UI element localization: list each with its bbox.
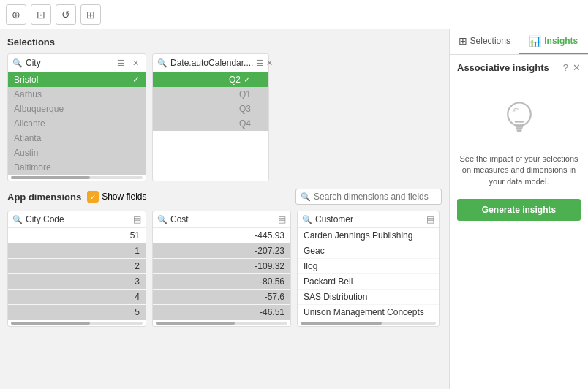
dimensions-area: App dimensions ✓ Show fields 🔍 🔍 City Co… — [7, 189, 442, 327]
customer-item-packard[interactable]: Packard Bell — [298, 274, 439, 290]
city-code-scrollbar[interactable] — [11, 322, 143, 325]
city-item-atlanta[interactable]: Atlanta — [8, 131, 146, 146]
customer-header: 🔍 Customer ▤ — [298, 211, 439, 228]
right-tab-bar: ⊞ Selections 📊 Insights — [450, 29, 588, 55]
customer-item-ilog[interactable]: Ilog — [298, 259, 439, 274]
city-code-value: 4 — [135, 292, 140, 302]
city-filter-card: 🔍 City ☰ ✕ Bristol ✓ Aarhus — [7, 53, 146, 181]
tab-selections[interactable]: ⊞ Selections — [450, 29, 519, 54]
main-content: Selections 🔍 City ☰ ✕ Bristol ✓ — [0, 29, 588, 389]
date-item-q2[interactable]: Q2 ✓ — [153, 72, 268, 87]
cost-item-5[interactable]: -57.6 — [153, 290, 290, 305]
date-item-label: Q4 — [239, 118, 251, 129]
city-filter-header: 🔍 City ☰ ✕ — [8, 54, 146, 72]
city-code-search-icon: 🔍 — [12, 215, 23, 224]
cost-list-icon[interactable]: ▤ — [278, 214, 286, 224]
date-item-q3[interactable]: Q3 — [153, 102, 268, 116]
cost-scrollbar[interactable] — [156, 322, 287, 325]
cost-item-4[interactable]: -80.56 — [153, 274, 290, 290]
dimension-search-input[interactable] — [314, 192, 437, 202]
cost-header: 🔍 Cost ▤ — [153, 211, 290, 228]
city-item-baltimore[interactable]: Baltimore — [8, 160, 146, 175]
city-search-icon: 🔍 — [12, 58, 23, 68]
customer-search-icon: 🔍 — [302, 215, 312, 224]
city-code-value: 1 — [135, 246, 140, 256]
city-code-item-1[interactable]: 1 — [8, 243, 146, 259]
city-code-item-3[interactable]: 3 — [8, 274, 146, 290]
date-close-icon[interactable]: ✕ — [266, 57, 273, 69]
show-fields-toggle[interactable]: ✓ Show fields — [87, 191, 146, 203]
cost-card: 🔍 Cost ▤ -445.93 -207.23 -109.32 — [152, 211, 291, 327]
generate-insights-button[interactable]: Generate insights — [457, 199, 581, 221]
city-item-bristol[interactable]: Bristol ✓ — [8, 72, 146, 87]
customer-item-sas[interactable]: SAS Distribution — [298, 290, 439, 305]
city-code-item-51[interactable]: 51 — [8, 228, 146, 243]
cost-search-icon: 🔍 — [157, 215, 167, 224]
date-item-q1[interactable]: Q1 — [153, 87, 268, 102]
city-item-albuquerque[interactable]: Albuquerque — [8, 102, 146, 116]
date-item-label: Q1 — [239, 89, 251, 99]
customer-scrollbar[interactable] — [301, 322, 436, 325]
city-code-value: 3 — [135, 276, 140, 287]
date-filter-header: 🔍 Date.autoCalendar.... ☰ ✕ — [153, 54, 268, 72]
city-code-list-icon[interactable]: ▤ — [133, 214, 141, 224]
customer-item-geac[interactable]: Geac — [298, 243, 439, 259]
show-fields-checkbox-box: ✓ — [87, 191, 99, 203]
selections-tab-icon: ⊞ — [459, 35, 467, 47]
insights-tab-label: Insights — [544, 36, 578, 46]
city-item-label: Atlanta — [14, 133, 41, 143]
customer-item-unison[interactable]: Unison Management Concepts — [298, 305, 439, 320]
dimension-search-bar[interactable]: 🔍 — [295, 189, 442, 205]
city-code-value: 5 — [135, 307, 140, 317]
city-code-item-5[interactable]: 5 — [8, 305, 146, 320]
selections-tab-label: Selections — [470, 36, 510, 46]
city-item-label: Albuquerque — [14, 104, 64, 114]
right-panel: ⊞ Selections 📊 Insights Associative insi… — [449, 29, 588, 389]
svg-rect-3 — [515, 125, 523, 128]
city-filter-title: City — [26, 58, 112, 68]
city-code-item-4[interactable]: 4 — [8, 290, 146, 305]
svg-rect-5 — [516, 129, 521, 132]
cost-item-1[interactable]: -445.93 — [153, 228, 290, 243]
insights-tab-icon: 📊 — [529, 35, 541, 47]
select-region-button[interactable]: ⊞ — [80, 4, 101, 25]
app-dimensions-title: App dimensions — [7, 192, 81, 203]
date-item-q4[interactable]: Q4 — [153, 116, 268, 131]
city-item-austin[interactable]: Austin — [8, 146, 146, 160]
city-item-label: Aarhus — [14, 89, 42, 99]
city-scrollbar[interactable] — [11, 176, 143, 179]
insights-content: Associative insights ? ✕ — [450, 55, 588, 389]
city-code-list: 51 1 2 3 4 — [8, 228, 146, 320]
city-code-item-2[interactable]: 2 — [8, 259, 146, 274]
zoom-fit-button[interactable]: ⊡ — [31, 4, 51, 25]
city-item-label: Baltimore — [14, 162, 51, 173]
help-icon[interactable]: ? — [563, 62, 568, 73]
customer-title: Customer — [315, 214, 423, 224]
customer-list-icon[interactable]: ▤ — [426, 214, 434, 224]
date-search-icon: 🔍 — [157, 58, 167, 68]
date-list-icon[interactable]: ☰ — [256, 57, 263, 69]
city-item-alicante[interactable]: Alicante — [8, 116, 146, 131]
city-item-aarhus[interactable]: Aarhus — [8, 87, 146, 102]
city-list-icon[interactable]: ☰ — [115, 57, 127, 69]
customer-card: 🔍 Customer ▤ Carden Jennings Publishing … — [297, 211, 440, 327]
selections-title: Selections — [7, 37, 442, 48]
insights-close-icon[interactable]: ✕ — [573, 62, 581, 73]
zoom-reset-button[interactable]: ⊕ — [6, 4, 26, 25]
undo-button[interactable]: ↺ — [56, 4, 76, 25]
insights-icons: ? ✕ — [563, 62, 581, 73]
date-item-check: ✓ — [244, 75, 251, 85]
city-item-label: Alicante — [14, 118, 45, 129]
bulb-svg — [494, 95, 545, 146]
tab-insights[interactable]: 📊 Insights — [519, 29, 589, 54]
insights-description: See the impact of your selections on mea… — [457, 154, 581, 187]
cost-item-3[interactable]: -109.32 — [153, 259, 290, 274]
city-close-icon[interactable]: ✕ — [129, 57, 141, 69]
city-item-label: Bristol — [14, 75, 38, 85]
insights-header: Associative insights ? ✕ — [457, 62, 581, 73]
cost-item-6[interactable]: -46.51 — [153, 305, 290, 320]
customer-item-carden[interactable]: Carden Jennings Publishing — [298, 228, 439, 243]
show-fields-label: Show fields — [102, 192, 146, 202]
city-filter-list: Bristol ✓ Aarhus Albuquerque Alicante — [8, 72, 146, 175]
cost-item-2[interactable]: -207.23 — [153, 243, 290, 259]
